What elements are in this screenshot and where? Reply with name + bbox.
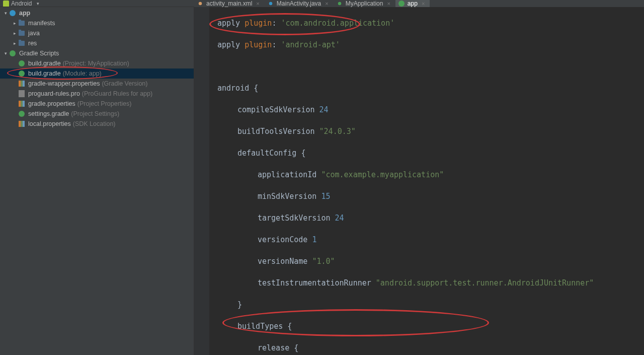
code-editor[interactable]: activity_main.xml× MainActivity.java× My… <box>194 7 644 355</box>
folder-icon <box>19 31 25 36</box>
properties-icon <box>19 101 25 107</box>
code-area[interactable]: apply plugin: 'com.android.application' … <box>217 7 644 355</box>
gradle-scripts[interactable]: ▾ Gradle Scripts <box>0 48 194 58</box>
twisty-closed-icon: ▸ <box>11 41 18 46</box>
script-build-gradle-module[interactable]: build.gradle (Module: app) <box>0 68 194 79</box>
close-icon[interactable]: × <box>256 1 259 7</box>
tab-activity-main[interactable]: activity_main.xml× <box>194 0 265 7</box>
close-icon[interactable]: × <box>387 1 390 7</box>
script-build-gradle-project[interactable]: build.gradle (Project: MyApplication) <box>0 58 194 68</box>
folder-icon <box>19 21 25 26</box>
close-icon[interactable]: × <box>422 1 425 7</box>
gradle-file-icon <box>19 111 25 117</box>
tab-my-application[interactable]: MyApplication× <box>334 0 395 7</box>
script-local-properties[interactable]: local.properties (SDK Location) <box>0 119 194 129</box>
fold-gutter <box>209 7 216 355</box>
gradle-file-icon <box>19 70 25 77</box>
project-tree[interactable]: ▾ app ▸ manifests ▸ java ▸ res <box>0 7 194 355</box>
app-icon <box>337 1 343 7</box>
folder-res[interactable]: ▸ res <box>0 38 194 48</box>
tab-app-gradle[interactable]: app× <box>395 0 430 7</box>
folder-java[interactable]: ▸ java <box>0 28 194 38</box>
gradle-icon <box>398 1 405 7</box>
script-proguard[interactable]: proguard-rules.pro (ProGuard Rules for a… <box>0 89 194 99</box>
twisty-open-icon: ▾ <box>2 51 9 56</box>
tab-main-activity[interactable]: MainActivity.java× <box>265 0 334 7</box>
module-icon <box>10 10 16 16</box>
twisty-closed-icon: ▸ <box>11 31 18 36</box>
twisty-open-icon: ▾ <box>2 11 9 16</box>
script-gradle-properties[interactable]: gradle.properties (Project Properties) <box>0 99 194 109</box>
file-icon <box>19 90 25 97</box>
twisty-closed-icon: ▸ <box>11 21 18 26</box>
properties-icon <box>19 81 25 87</box>
gradle-icon <box>10 50 16 56</box>
module-app[interactable]: ▾ app <box>0 8 194 18</box>
close-icon[interactable]: × <box>325 1 328 7</box>
xml-icon <box>197 1 203 7</box>
script-settings-gradle[interactable]: settings.gradle (Project Settings) <box>0 109 194 119</box>
editor-tab-bar: activity_main.xml× MainActivity.java× My… <box>194 0 644 7</box>
gradle-file-icon <box>19 60 25 66</box>
java-icon <box>268 1 274 7</box>
line-gutter <box>194 7 209 355</box>
properties-icon <box>19 121 25 127</box>
script-gradle-wrapper[interactable]: gradle-wrapper.properties (Gradle Versio… <box>0 79 194 89</box>
module-label: app <box>19 10 30 17</box>
folder-icon <box>19 41 25 46</box>
folder-manifests[interactable]: ▸ manifests <box>0 18 194 28</box>
